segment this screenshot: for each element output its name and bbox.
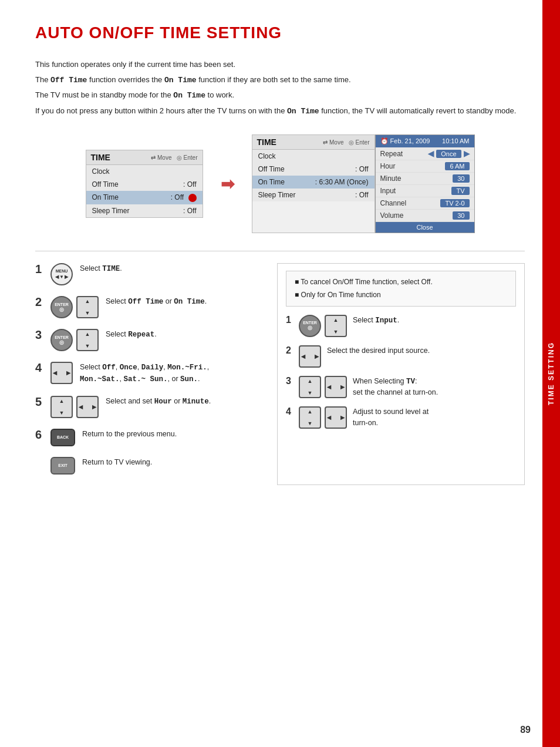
left-time-menu: TIME ⇄ Move ◎ Enter Clock Off Time: Off … [86,150,203,218]
step-6: 6 BACK Return to the previous menu. [35,429,265,446]
popup-minute: Minute 30 [376,173,474,185]
sub4-text: Adjust to sound level atturn-on. [353,406,516,429]
sub1-buttons: ENTER ◎ ▲ ▼ [299,315,347,337]
nav-pad-r4a[interactable]: ▲ ▼ [299,406,321,429]
side-label: TIME SETTING [542,0,560,747]
nav-pad-r3a[interactable]: ▲ ▼ [299,376,321,398]
step-exit: EXIT Return to TV viewing. [35,457,265,475]
popup-box: ⏰ Feb. 21, 2009 10:10 AM Repeat ◀ Once ▶… [375,134,475,233]
sub2-text: Select the desired input source. [327,345,516,356]
sub-step-2: 2 ◀ ▶ Select the desired input source. [286,345,516,368]
right-row-ontime: On Time: 6:30 AM (Once) [252,176,375,189]
popup-input: Input TV [376,185,474,197]
right-time-menu: TIME ⇄ Move ◎ Enter Clock Off Time: Off … [252,134,375,233]
right-menu-nav: ⇄ Move ◎ Enter [323,139,369,146]
step-1: 1 MENU ◀ ▼ ▶ Select TIME. [35,263,265,285]
nav-pad-3[interactable]: ▲ ▼ [76,329,99,351]
sub-step-4: 4 ▲ ▼ ◀ ▶ [286,406,516,429]
sub3-buttons: ▲ ▼ ◀ ▶ [299,376,347,398]
nav-pad-r3b[interactable]: ◀ ▶ [325,376,347,398]
left-menu-title: TIME [91,153,110,162]
step-4: 4 ◀ ▶ Select Off, Once, Daily, Mon.~Fri.… [35,362,265,385]
popup-repeat: Repeat ◀ Once ▶ [376,147,474,160]
step6-buttons: BACK [50,429,75,446]
enter-button-r1[interactable]: ENTER ◎ [299,315,321,337]
steps-columns: 1 MENU ◀ ▼ ▶ Select TIME. [35,263,525,485]
popup-channel: Channel TV 2-0 [376,197,474,210]
left-row-offtime: Off Time: Off [86,178,203,191]
step2-text: Select Off Time or On Time. [106,296,265,308]
steps-right: ■ To cancel On/Off Time function, select… [277,263,525,485]
nav-pad-r1[interactable]: ▲ ▼ [325,315,347,337]
step2-buttons: ENTER ◎ ▲ ▼ [50,296,99,318]
left-row-clock: Clock [86,165,203,178]
exit-buttons: EXIT [50,457,75,475]
arrow-right: ➡ [221,174,234,194]
step1-buttons: MENU ◀ ▼ ▶ [50,263,73,285]
right-menu-header: TIME ⇄ Move ◎ Enter [252,135,375,150]
menu-button[interactable]: MENU ◀ ▼ ▶ [50,263,73,285]
popup-close-button[interactable]: Close [376,222,474,233]
enter-button-2[interactable]: ENTER ◎ [50,296,73,318]
right-row-offtime: Off Time: Off [252,163,375,176]
left-row-sleep: Sleep Timer: Off [86,204,203,217]
intro-line2: The Off Time function overrides the On T… [35,74,525,86]
right-row-sleep: Sleep Timer: Off [252,189,375,201]
step5-text: Select and set Hour or Minute. [106,396,265,408]
nav-pad-r2[interactable]: ◀ ▶ [299,345,321,368]
step6-text: Return to the previous menu. [82,429,265,440]
step1-text: Select TIME. [80,263,265,275]
popup-time: 10:10 AM [442,137,469,145]
page-number: 89 [520,725,531,735]
sub3-text: When Selecting TV: set the channel at tu… [353,376,516,399]
step-2: 2 ENTER ◎ ▲ ▼ [35,296,265,318]
steps-left: 1 MENU ◀ ▼ ▶ Select TIME. [35,263,265,485]
nav-pad-r4b[interactable]: ◀ ▶ [325,406,347,429]
intro-line1: This function operates only if the curre… [35,59,525,70]
step4-buttons: ◀ ▶ [50,362,73,384]
sub-step-1: 1 ENTER ◎ ▲ ▼ [286,315,516,337]
step4-text: Select Off, Once, Daily, Mon.~Fri., Mon.… [80,362,265,385]
side-label-text: TIME SETTING [547,342,555,405]
diagrams-area: TIME ⇄ Move ◎ Enter Clock Off Time: Off … [35,134,525,233]
enter-button-3[interactable]: ENTER ◎ [50,329,73,351]
nav-pad-5b[interactable]: ◀ ▶ [76,396,99,418]
right-row-clock: Clock [252,150,375,163]
left-menu-nav: ⇄ Move ◎ Enter [151,154,197,161]
nav-pad-5a[interactable]: ▲ ▼ [50,396,73,418]
exit-button[interactable]: EXIT [50,457,75,475]
popup-date: ⏰ Feb. 21, 2009 [380,137,430,145]
step5-buttons: ▲ ▼ ◀ ▶ [50,396,99,418]
exit-text: Return to TV viewing. [82,457,265,468]
left-row-ontime: On Time : Off [86,191,203,204]
note-line2: ■ Only for On Time function [295,290,507,300]
nav-pad-2[interactable]: ▲ ▼ [76,296,99,318]
note-line1: ■ To cancel On/Off Time function, select… [295,277,507,287]
sub4-buttons: ▲ ▼ ◀ ▶ [299,406,347,429]
intro-line4: If you do not press any button within 2 … [35,105,525,117]
back-button[interactable]: BACK [50,429,75,446]
sub-step-3: 3 ▲ ▼ ◀ ▶ [286,376,516,399]
intro-line3: The TV must be in standby mode for the O… [35,89,525,102]
step-5: 5 ▲ ▼ ◀ ▶ [35,396,265,418]
sub2-buttons: ◀ ▶ [299,345,321,368]
popup-volume: Volume 30 [376,210,474,222]
sub1-text: Select Input. [353,315,516,327]
step3-text: Select Repeat. [106,329,265,341]
left-menu-header: TIME ⇄ Move ◎ Enter [86,150,203,165]
nav-pad-4[interactable]: ◀ ▶ [50,362,73,384]
right-diagram: TIME ⇄ Move ◎ Enter Clock Off Time: Off … [252,134,475,233]
right-menu-title: TIME [257,137,276,147]
note-box: ■ To cancel On/Off Time function, select… [286,271,516,307]
steps-section: 1 MENU ◀ ▼ ▶ Select TIME. [35,251,525,485]
step-3: 3 ENTER ◎ ▲ ▼ [35,329,265,351]
intro-section: This function operates only if the curre… [35,59,525,117]
popup-hour: Hour 6 AM [376,160,474,173]
page-title: AUTO ON/OFF TIME SETTING [35,23,525,42]
popup-header: ⏰ Feb. 21, 2009 10:10 AM [376,135,474,147]
step3-buttons: ENTER ◎ ▲ ▼ [50,329,99,351]
